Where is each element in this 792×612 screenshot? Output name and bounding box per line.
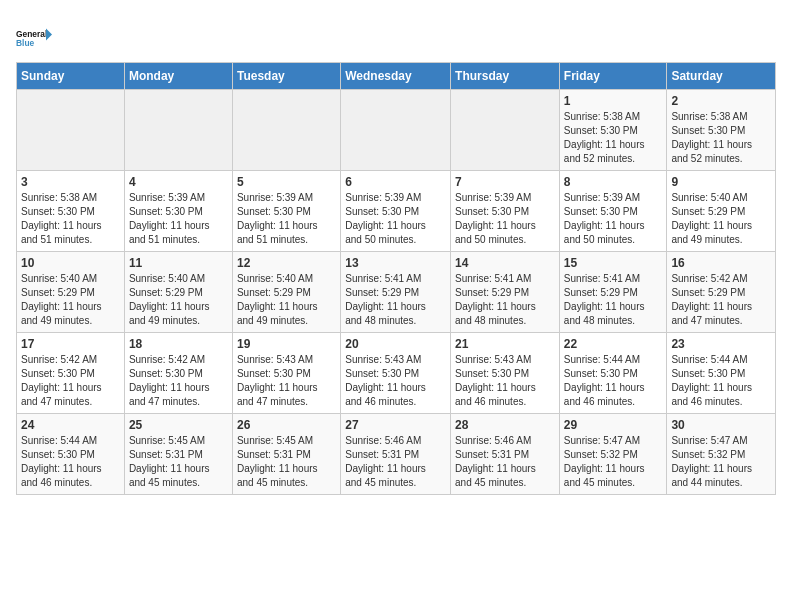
day-info: Sunrise: 5:46 AM Sunset: 5:31 PM Dayligh…	[455, 434, 555, 490]
calendar-cell: 5Sunrise: 5:39 AM Sunset: 5:30 PM Daylig…	[232, 171, 340, 252]
day-info: Sunrise: 5:38 AM Sunset: 5:30 PM Dayligh…	[21, 191, 120, 247]
day-number: 26	[237, 418, 336, 432]
calendar-cell: 10Sunrise: 5:40 AM Sunset: 5:29 PM Dayli…	[17, 252, 125, 333]
day-info: Sunrise: 5:42 AM Sunset: 5:30 PM Dayligh…	[21, 353, 120, 409]
day-number: 2	[671, 94, 771, 108]
day-info: Sunrise: 5:42 AM Sunset: 5:30 PM Dayligh…	[129, 353, 228, 409]
calendar-week-3: 10Sunrise: 5:40 AM Sunset: 5:29 PM Dayli…	[17, 252, 776, 333]
calendar-cell: 19Sunrise: 5:43 AM Sunset: 5:30 PM Dayli…	[232, 333, 340, 414]
calendar-cell: 22Sunrise: 5:44 AM Sunset: 5:30 PM Dayli…	[559, 333, 667, 414]
day-number: 25	[129, 418, 228, 432]
calendar-cell: 8Sunrise: 5:39 AM Sunset: 5:30 PM Daylig…	[559, 171, 667, 252]
header-thursday: Thursday	[451, 63, 560, 90]
day-number: 3	[21, 175, 120, 189]
day-number: 16	[671, 256, 771, 270]
calendar-cell: 24Sunrise: 5:44 AM Sunset: 5:30 PM Dayli…	[17, 414, 125, 495]
day-number: 29	[564, 418, 663, 432]
day-number: 18	[129, 337, 228, 351]
calendar-week-4: 17Sunrise: 5:42 AM Sunset: 5:30 PM Dayli…	[17, 333, 776, 414]
day-info: Sunrise: 5:44 AM Sunset: 5:30 PM Dayligh…	[671, 353, 771, 409]
calendar-cell	[124, 90, 232, 171]
day-info: Sunrise: 5:40 AM Sunset: 5:29 PM Dayligh…	[129, 272, 228, 328]
day-info: Sunrise: 5:40 AM Sunset: 5:29 PM Dayligh…	[237, 272, 336, 328]
calendar-week-1: 1Sunrise: 5:38 AM Sunset: 5:30 PM Daylig…	[17, 90, 776, 171]
calendar-cell: 26Sunrise: 5:45 AM Sunset: 5:31 PM Dayli…	[232, 414, 340, 495]
day-info: Sunrise: 5:39 AM Sunset: 5:30 PM Dayligh…	[564, 191, 663, 247]
header-tuesday: Tuesday	[232, 63, 340, 90]
day-number: 6	[345, 175, 446, 189]
calendar-week-5: 24Sunrise: 5:44 AM Sunset: 5:30 PM Dayli…	[17, 414, 776, 495]
calendar-header-row: SundayMondayTuesdayWednesdayThursdayFrid…	[17, 63, 776, 90]
calendar-table: SundayMondayTuesdayWednesdayThursdayFrid…	[16, 62, 776, 495]
calendar-cell: 17Sunrise: 5:42 AM Sunset: 5:30 PM Dayli…	[17, 333, 125, 414]
day-number: 13	[345, 256, 446, 270]
day-info: Sunrise: 5:46 AM Sunset: 5:31 PM Dayligh…	[345, 434, 446, 490]
day-number: 9	[671, 175, 771, 189]
day-info: Sunrise: 5:47 AM Sunset: 5:32 PM Dayligh…	[671, 434, 771, 490]
calendar-cell: 2Sunrise: 5:38 AM Sunset: 5:30 PM Daylig…	[667, 90, 776, 171]
day-info: Sunrise: 5:38 AM Sunset: 5:30 PM Dayligh…	[564, 110, 663, 166]
calendar-cell: 1Sunrise: 5:38 AM Sunset: 5:30 PM Daylig…	[559, 90, 667, 171]
day-info: Sunrise: 5:39 AM Sunset: 5:30 PM Dayligh…	[345, 191, 446, 247]
calendar-cell: 16Sunrise: 5:42 AM Sunset: 5:29 PM Dayli…	[667, 252, 776, 333]
day-info: Sunrise: 5:43 AM Sunset: 5:30 PM Dayligh…	[237, 353, 336, 409]
calendar-cell	[451, 90, 560, 171]
day-number: 24	[21, 418, 120, 432]
day-number: 23	[671, 337, 771, 351]
calendar-cell: 13Sunrise: 5:41 AM Sunset: 5:29 PM Dayli…	[341, 252, 451, 333]
calendar-cell: 18Sunrise: 5:42 AM Sunset: 5:30 PM Dayli…	[124, 333, 232, 414]
logo-svg: General Blue	[16, 20, 52, 56]
header-sunday: Sunday	[17, 63, 125, 90]
svg-marker-2	[46, 28, 52, 40]
calendar-cell: 30Sunrise: 5:47 AM Sunset: 5:32 PM Dayli…	[667, 414, 776, 495]
day-number: 8	[564, 175, 663, 189]
header-friday: Friday	[559, 63, 667, 90]
day-number: 15	[564, 256, 663, 270]
calendar-cell: 4Sunrise: 5:39 AM Sunset: 5:30 PM Daylig…	[124, 171, 232, 252]
day-number: 14	[455, 256, 555, 270]
day-number: 27	[345, 418, 446, 432]
day-number: 1	[564, 94, 663, 108]
calendar-cell: 27Sunrise: 5:46 AM Sunset: 5:31 PM Dayli…	[341, 414, 451, 495]
header: General Blue	[16, 16, 776, 56]
day-info: Sunrise: 5:40 AM Sunset: 5:29 PM Dayligh…	[671, 191, 771, 247]
day-number: 19	[237, 337, 336, 351]
day-info: Sunrise: 5:38 AM Sunset: 5:30 PM Dayligh…	[671, 110, 771, 166]
day-info: Sunrise: 5:45 AM Sunset: 5:31 PM Dayligh…	[129, 434, 228, 490]
day-info: Sunrise: 5:39 AM Sunset: 5:30 PM Dayligh…	[129, 191, 228, 247]
calendar-cell: 3Sunrise: 5:38 AM Sunset: 5:30 PM Daylig…	[17, 171, 125, 252]
day-info: Sunrise: 5:41 AM Sunset: 5:29 PM Dayligh…	[564, 272, 663, 328]
calendar-cell: 7Sunrise: 5:39 AM Sunset: 5:30 PM Daylig…	[451, 171, 560, 252]
day-info: Sunrise: 5:43 AM Sunset: 5:30 PM Dayligh…	[345, 353, 446, 409]
day-number: 28	[455, 418, 555, 432]
calendar-cell: 20Sunrise: 5:43 AM Sunset: 5:30 PM Dayli…	[341, 333, 451, 414]
svg-text:General: General	[16, 29, 47, 39]
logo: General Blue	[16, 20, 136, 56]
calendar-cell: 14Sunrise: 5:41 AM Sunset: 5:29 PM Dayli…	[451, 252, 560, 333]
day-number: 12	[237, 256, 336, 270]
header-wednesday: Wednesday	[341, 63, 451, 90]
day-number: 4	[129, 175, 228, 189]
svg-text:Blue: Blue	[16, 38, 35, 48]
day-info: Sunrise: 5:45 AM Sunset: 5:31 PM Dayligh…	[237, 434, 336, 490]
header-saturday: Saturday	[667, 63, 776, 90]
day-info: Sunrise: 5:42 AM Sunset: 5:29 PM Dayligh…	[671, 272, 771, 328]
calendar-cell: 15Sunrise: 5:41 AM Sunset: 5:29 PM Dayli…	[559, 252, 667, 333]
day-number: 21	[455, 337, 555, 351]
day-info: Sunrise: 5:39 AM Sunset: 5:30 PM Dayligh…	[237, 191, 336, 247]
day-number: 22	[564, 337, 663, 351]
day-info: Sunrise: 5:41 AM Sunset: 5:29 PM Dayligh…	[455, 272, 555, 328]
day-info: Sunrise: 5:47 AM Sunset: 5:32 PM Dayligh…	[564, 434, 663, 490]
calendar-cell: 12Sunrise: 5:40 AM Sunset: 5:29 PM Dayli…	[232, 252, 340, 333]
calendar-cell: 29Sunrise: 5:47 AM Sunset: 5:32 PM Dayli…	[559, 414, 667, 495]
calendar-cell: 9Sunrise: 5:40 AM Sunset: 5:29 PM Daylig…	[667, 171, 776, 252]
calendar-cell	[17, 90, 125, 171]
day-number: 7	[455, 175, 555, 189]
calendar-cell: 11Sunrise: 5:40 AM Sunset: 5:29 PM Dayli…	[124, 252, 232, 333]
calendar-cell: 21Sunrise: 5:43 AM Sunset: 5:30 PM Dayli…	[451, 333, 560, 414]
day-number: 5	[237, 175, 336, 189]
day-info: Sunrise: 5:40 AM Sunset: 5:29 PM Dayligh…	[21, 272, 120, 328]
calendar-cell: 25Sunrise: 5:45 AM Sunset: 5:31 PM Dayli…	[124, 414, 232, 495]
day-number: 10	[21, 256, 120, 270]
day-number: 30	[671, 418, 771, 432]
